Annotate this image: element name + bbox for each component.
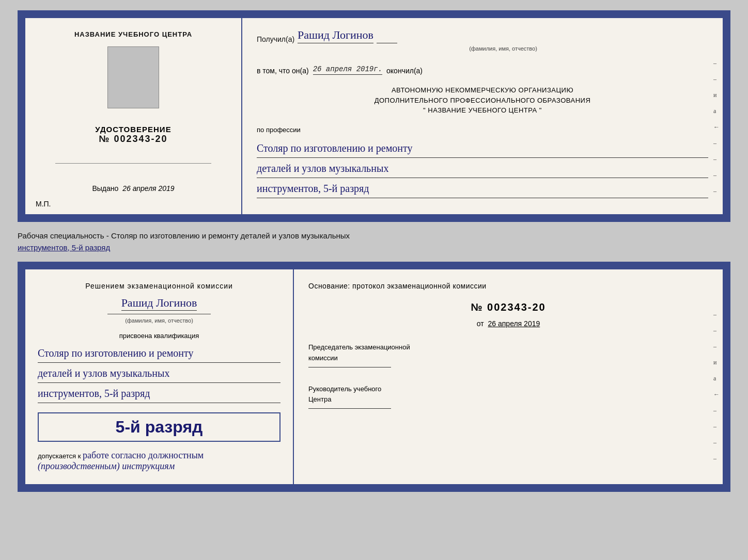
udostoverenie-label: УДОСТОВЕРЕНИЕ <box>95 125 171 134</box>
vtom-row: в том, что он(а) 26 апреля 2019г. окончи… <box>257 65 708 75</box>
top-cert-title: НАЗВАНИЕ УЧЕБНОГО ЦЕНТРА <box>74 30 192 38</box>
top-cert-right: Получил(а) Рашид Логинов (фамилия, имя, … <box>242 18 723 214</box>
bottom-cert-right: Основание: протокол экзаменационной коми… <box>294 269 723 484</box>
rukovoditel-signature-line <box>308 408 391 409</box>
udostoverenie-block: УДОСТОВЕРЕНИЕ № 002343-20 <box>95 125 171 145</box>
rank-text: 5-й разряд <box>116 418 203 436</box>
predsedatel-signature-line <box>308 367 391 367</box>
middle-text: Рабочая специальность - Столяр по изгото… <box>18 228 730 255</box>
completion-date: 26 апреля 2019г. <box>313 65 382 75</box>
photo-placeholder <box>107 46 159 108</box>
rukovoditel-block: Руководитель учебного Центра <box>308 384 708 409</box>
bottom-recipient-name: Рашид Логинов <box>121 296 197 311</box>
dopuskaetsya-row: допускается к работе согласно должностны… <box>38 450 280 472</box>
top-cert-left: НАЗВАНИЕ УЧЕБНОГО ЦЕНТРА УДОСТОВЕРЕНИЕ №… <box>25 18 242 214</box>
udostoverenie-number: № 002343-20 <box>95 134 171 145</box>
osnovanie-title: Основание: протокол экзаменационной коми… <box>308 282 708 290</box>
resheniem-title: Решением экзаменационной комиссии <box>38 282 280 290</box>
predsedatel-block: Председатель экзаменационной комиссии <box>308 342 708 367</box>
top-certificate: НАЗВАНИЕ УЧЕБНОГО ЦЕНТРА УДОСТОВЕРЕНИЕ №… <box>24 17 724 216</box>
protocol-number: № 002343-20 <box>308 301 708 313</box>
document-wrapper: НАЗВАНИЕ УЧЕБНОГО ЦЕНТРА УДОСТОВЕРЕНИЕ №… <box>18 10 730 492</box>
vydano-line: Выдано 26 апреля 2019 <box>92 184 174 193</box>
bottom-cert-left: Решением экзаменационной комиссии Рашид … <box>25 269 294 484</box>
po-professii-label: по профессии <box>257 126 708 134</box>
bottom-side-decorations: – – – и а ← – – – – <box>713 311 720 462</box>
prisvoena-label: присвоена квалификация <box>38 332 280 340</box>
mp-label: М.П. <box>36 200 51 208</box>
poluchil-row: Получил(а) Рашид Логинов <box>257 28 708 43</box>
bottom-profession-handwritten: Столяр по изготовлению и ремонту деталей… <box>38 344 280 404</box>
bottom-certificate: Решением экзаменационной комиссии Рашид … <box>24 268 724 486</box>
recipient-name: Рашид Логинов <box>298 28 373 43</box>
profession-handwritten: Столяр по изготовлению и ремонту деталей… <box>257 139 708 199</box>
org-block: АВТОНОМНУЮ НЕКОММЕРЧЕСКУЮ ОРГАНИЗАЦИЮ ДО… <box>257 85 708 116</box>
side-decorations: – – и а ← – – – – <box>713 59 720 195</box>
ot-date: от 26 апреля 2019 <box>308 319 708 328</box>
rank-box: 5-й разряд <box>38 412 280 442</box>
